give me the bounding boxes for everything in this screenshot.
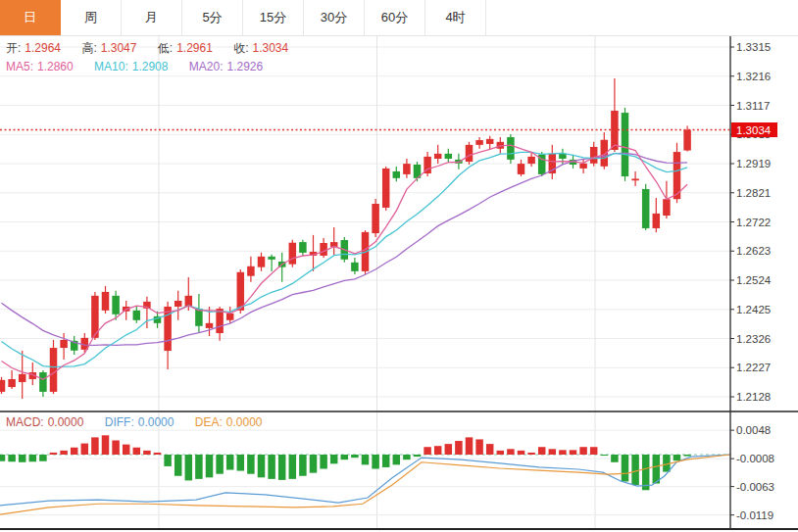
tab-period-1[interactable]: 周 [61, 0, 122, 35]
candle-body [518, 164, 525, 174]
candle-body [268, 257, 275, 260]
macd-bar [206, 455, 214, 477]
candle-body [382, 169, 390, 208]
macd-bar [683, 455, 691, 457]
macd-y-axis-label: -0.0119 [736, 509, 773, 521]
macd-bar [601, 455, 609, 456]
trading-chart-app: { "toolbar": { "tabs": [ {"label": "日", … [0, 0, 798, 532]
macd-bar [216, 455, 224, 474]
chart-canvas[interactable]: 1.33151.32161.31171.30181.29191.28211.27… [0, 0, 798, 532]
macd-bar [611, 455, 619, 462]
candle-body [527, 157, 535, 164]
candle-body [590, 147, 598, 164]
candle-body [486, 139, 494, 144]
macd-bar [39, 455, 47, 461]
candle-body [112, 296, 120, 314]
candle-body [622, 113, 629, 176]
tab-period-2[interactable]: 月 [122, 0, 182, 35]
candle-body [102, 292, 110, 311]
macd-bar [403, 455, 411, 459]
candle-body [50, 348, 58, 392]
macd-bar [268, 455, 275, 479]
macd-bar [549, 449, 557, 455]
main-y-axis-label: 1.2524 [736, 274, 772, 286]
macd-bar [320, 455, 327, 469]
macd-bar [475, 439, 483, 455]
candle-body [466, 145, 474, 162]
candle-body [247, 266, 255, 276]
candle-body [19, 374, 26, 382]
macd-bar [393, 455, 401, 464]
macd-bar [154, 453, 162, 455]
macd-y-axis-label: 0.0048 [736, 424, 771, 436]
macd-bar [414, 455, 422, 457]
candle-body [133, 311, 141, 320]
candle-body [434, 154, 442, 159]
macd-bar [164, 455, 172, 466]
tab-period-0[interactable]: 日 [0, 0, 61, 35]
last-price-tag-text: 1.3034 [736, 124, 772, 136]
macd-bar [278, 455, 286, 480]
main-y-axis-label: 1.2623 [736, 245, 771, 257]
candle-body [653, 214, 661, 228]
candle-body [258, 257, 266, 267]
candle-body [403, 164, 411, 174]
macd-bar [673, 455, 681, 460]
tab-period-7[interactable]: 4时 [425, 0, 486, 35]
tab-period-3[interactable]: 5分 [182, 0, 243, 35]
macd-bar [434, 446, 442, 455]
macd-bar [8, 455, 16, 461]
period-tab-bar: 日周月5分15分30分60分4时 [0, 0, 798, 36]
candle-body [445, 154, 453, 159]
macd-bar [226, 455, 234, 470]
macd-bar [445, 444, 453, 455]
macd-y-axis-label: -0.0063 [736, 481, 774, 493]
main-y-axis-label: 1.2821 [736, 187, 771, 199]
candle-body [0, 380, 5, 392]
candle-body [289, 243, 297, 265]
main-y-axis-label: 1.2425 [736, 304, 771, 315]
macd-bar [631, 455, 639, 485]
macd-bar [507, 449, 515, 455]
main-y-axis-label: 1.3315 [736, 41, 771, 53]
candle-body [299, 242, 307, 253]
macd-bar [123, 445, 130, 455]
macd-bar [258, 455, 266, 477]
macd-bar [310, 455, 318, 473]
macd-bar [538, 447, 546, 455]
tab-period-5[interactable]: 30分 [304, 0, 365, 35]
macd-bar [185, 455, 193, 480]
macd-bar [559, 450, 567, 455]
candle-body [351, 263, 359, 271]
candle-body [579, 164, 587, 169]
tab-period-4[interactable]: 15分 [243, 0, 304, 35]
candle-body [175, 301, 182, 307]
macd-bar [351, 455, 359, 458]
main-y-axis-label: 1.2722 [736, 217, 771, 228]
macd-bar [466, 437, 474, 455]
macd-bar [0, 455, 5, 461]
macd-bar [622, 455, 629, 481]
candle-body [507, 137, 515, 160]
main-y-axis-label: 1.2919 [736, 158, 771, 169]
macd-bar [579, 447, 587, 455]
macd-bar [112, 440, 120, 455]
macd-bar [81, 444, 89, 455]
macd-bar [247, 455, 255, 474]
macd-bar [362, 455, 370, 464]
macd-bar [424, 447, 431, 455]
candle-body [237, 272, 245, 311]
tab-period-6[interactable]: 60分 [365, 0, 425, 35]
macd-bar [330, 455, 338, 463]
macd-bar [175, 455, 182, 476]
macd-bar [341, 455, 349, 459]
candle-body [206, 323, 214, 328]
main-y-axis-label: 1.2326 [736, 333, 771, 345]
macd-bar [455, 441, 463, 455]
candle-body [559, 154, 567, 159]
candle-body [8, 379, 16, 387]
macd-bar [299, 455, 307, 476]
macd-bar [71, 448, 78, 455]
candle-body [631, 178, 639, 180]
macd-bar [133, 448, 141, 455]
